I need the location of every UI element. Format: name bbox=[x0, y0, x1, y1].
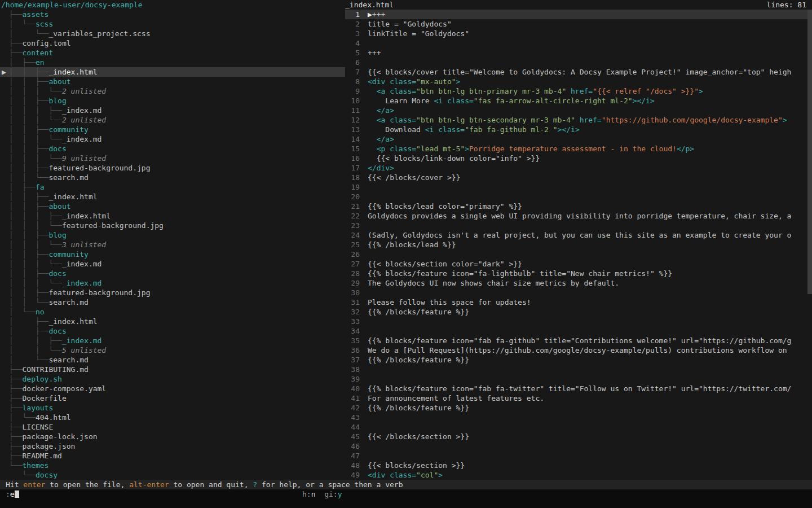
tree-branch-lines: │ │ ├── bbox=[9, 77, 48, 86]
code-line: 24(Sadly, Goldydocs isn't a real project… bbox=[345, 230, 812, 240]
command-input-bar[interactable]: :e bbox=[0, 489, 812, 499]
line-number: 24 bbox=[345, 230, 360, 240]
code-text bbox=[368, 422, 812, 432]
text-segment: to open and quit, bbox=[169, 480, 253, 489]
tree-file-item[interactable]: │ │ ├──_index.html bbox=[0, 192, 345, 202]
tree-dir-item[interactable]: │ │ ├──blog bbox=[0, 96, 345, 106]
tree-dir-item[interactable]: │ │ ├──docs bbox=[0, 144, 345, 154]
code-line: 29The Goldydocs UI now shows chair size … bbox=[345, 278, 812, 288]
tree-branch-lines: │ │ └── bbox=[9, 173, 48, 182]
tree-dir-item[interactable]: │ │ ├──community bbox=[0, 125, 345, 134]
line-number: 22 bbox=[345, 211, 360, 221]
text-segment: <a class= bbox=[377, 116, 416, 124]
scrollbar-thumb[interactable] bbox=[807, 10, 812, 294]
tree-unlisted-item: │ │ │ └──9 unlisted bbox=[0, 154, 345, 163]
tree-file-item[interactable]: ├──CONTRIBUTING.md bbox=[0, 365, 345, 374]
code-text bbox=[368, 288, 812, 297]
tree-file-item[interactable]: │ ├──_index.html bbox=[0, 317, 345, 326]
tree-branch-lines: │ └── bbox=[9, 356, 48, 364]
tree-file-item[interactable]: │ │ ├──_index.md bbox=[0, 336, 345, 345]
line-number: 38 bbox=[345, 365, 360, 374]
tree-file-item[interactable]: │ └──_variables_project.scss bbox=[0, 29, 345, 38]
code-text bbox=[368, 249, 812, 259]
code-text bbox=[368, 326, 812, 336]
tree-dir-item[interactable]: │ ├──fa bbox=[0, 182, 345, 192]
tree-dir-item[interactable]: │ │ ├──blog bbox=[0, 230, 345, 240]
tree-file-item[interactable]: │ │ │ ├──_index.md bbox=[0, 106, 345, 115]
code-line: 21{{% blocks/lead color="primary" %}} bbox=[345, 202, 812, 211]
tree-file-item[interactable]: ├──deploy.sh bbox=[0, 374, 345, 384]
tree-branch-lines: ├── bbox=[9, 432, 22, 441]
tree-file-item[interactable]: │ │ │ └──_index.md bbox=[0, 278, 345, 288]
line-number: 35 bbox=[345, 336, 360, 345]
tree-dir-item[interactable]: │ ├──docs bbox=[0, 326, 345, 336]
line-number: 12 bbox=[345, 115, 360, 125]
tree-branch-lines: └── bbox=[9, 461, 22, 470]
tree-file-item[interactable]: │ │ ├──featured-background.jpg bbox=[0, 163, 345, 173]
tree-file-item[interactable]: ├──docker-compose.yaml bbox=[0, 384, 345, 393]
tree-dir-item[interactable]: └──themes bbox=[0, 461, 345, 470]
line-number: 36 bbox=[345, 345, 360, 355]
text-segment: {{% /blocks/feature %}} bbox=[368, 404, 469, 412]
tree-unlisted-item: │ │ └──5 unlisted bbox=[0, 345, 345, 355]
line-number: 3 bbox=[345, 29, 360, 38]
text-segment: </a> bbox=[377, 106, 394, 115]
tree-unlisted-item: │ │ │ └──2 unlisted bbox=[0, 115, 345, 125]
tree-item-label: fa bbox=[36, 183, 45, 191]
tree-branch-lines: ├── bbox=[9, 375, 22, 383]
tree-file-item[interactable]: ├──README.md bbox=[0, 451, 345, 461]
tree-item-label: docker-compose.yaml bbox=[22, 384, 106, 393]
tree-dir-item[interactable]: │ │ ├──about bbox=[0, 202, 345, 211]
code-line: 16 {{< blocks/link-down color="info" >}} bbox=[345, 154, 812, 163]
tree-root-path[interactable]: /home/example-user/docsy-example bbox=[0, 0, 345, 10]
tree-item-label: Dockerfile bbox=[22, 394, 66, 402]
line-number: 21 bbox=[345, 202, 360, 211]
file-tree-panel: /home/example-user/docsy-example├──asset… bbox=[0, 0, 345, 480]
tree-item-label: assets bbox=[22, 10, 48, 19]
text-segment: "{{< relref "/docs" >}}" bbox=[593, 87, 699, 95]
tree-item-label: about bbox=[48, 202, 70, 211]
tree-dir-item[interactable]: │ └──scss bbox=[0, 19, 345, 29]
tree-dir-item[interactable]: └──docsy bbox=[0, 470, 345, 480]
tree-file-item[interactable]: │ │ │ └──_index.md bbox=[0, 134, 345, 144]
line-number: 6 bbox=[345, 58, 360, 67]
tree-dir-item[interactable]: │ │ ├──community bbox=[0, 249, 345, 259]
tree-dir-item[interactable]: │ │ ├──about bbox=[0, 77, 345, 86]
tree-dir-item[interactable]: │ │ ├──docs bbox=[0, 269, 345, 278]
tree-file-item[interactable]: │ │ │ └──featured-background.jpg bbox=[0, 221, 345, 230]
tree-file-item[interactable]: ├──package-lock.json bbox=[0, 432, 345, 441]
tree-file-item[interactable]: │ │ └──search.md bbox=[0, 173, 345, 182]
tree-file-item[interactable]: │ │ └──search.md bbox=[0, 297, 345, 307]
tree-file-item[interactable]: │ └──404.html bbox=[0, 413, 345, 422]
tree-file-item[interactable]: ├──LICENSE bbox=[0, 422, 345, 432]
text-segment: "lead mt-5" bbox=[416, 144, 465, 153]
tree-dir-item[interactable]: │ ├──en bbox=[0, 58, 345, 67]
line-number: 8 bbox=[345, 77, 360, 86]
tree-dir-item[interactable]: ├──content bbox=[0, 48, 345, 58]
tree-dir-item[interactable]: │ └──no bbox=[0, 307, 345, 317]
tree-file-item[interactable]: ├──package.json bbox=[0, 441, 345, 451]
text-segment: <div class= bbox=[368, 471, 416, 479]
line-number: 13 bbox=[345, 125, 360, 134]
tree-dir-item[interactable]: ├──layouts bbox=[0, 403, 345, 413]
tree-file-item[interactable]: │ │ │ └──_index.md bbox=[0, 259, 345, 269]
tree-file-item[interactable]: │ └──search.md bbox=[0, 355, 345, 365]
tree-file-item[interactable]: │ │ ├──featured-background.jpg bbox=[0, 288, 345, 297]
tree-file-item[interactable]: ├──config.toml bbox=[0, 38, 345, 48]
tree-file-item[interactable]: ▶│ │ ├──_index.html bbox=[0, 67, 345, 77]
code-line: 11 </a> bbox=[345, 106, 812, 115]
tree-dir-item[interactable]: ├──assets bbox=[0, 10, 345, 19]
tree-branch-lines: │ └── bbox=[9, 29, 48, 38]
code-line: 15 <p class="lead mt-5">Porridge tempera… bbox=[345, 144, 812, 154]
line-number: 15 bbox=[345, 144, 360, 154]
code-line: 41For announcement of latest features et… bbox=[345, 393, 812, 403]
preview-scrollbar[interactable] bbox=[807, 10, 812, 480]
text-segment: gi: bbox=[324, 490, 337, 498]
tree-file-item[interactable]: │ │ │ ├──_index.html bbox=[0, 211, 345, 221]
code-text bbox=[368, 374, 812, 384]
tree-item-label: themes bbox=[22, 461, 48, 470]
tree-file-item[interactable]: ├──Dockerfile bbox=[0, 393, 345, 403]
code-line: 48{{< blocks/section >}} bbox=[345, 461, 812, 470]
tree-branch-lines: │ │ │ └── bbox=[9, 240, 62, 249]
line-number: 33 bbox=[345, 317, 360, 326]
